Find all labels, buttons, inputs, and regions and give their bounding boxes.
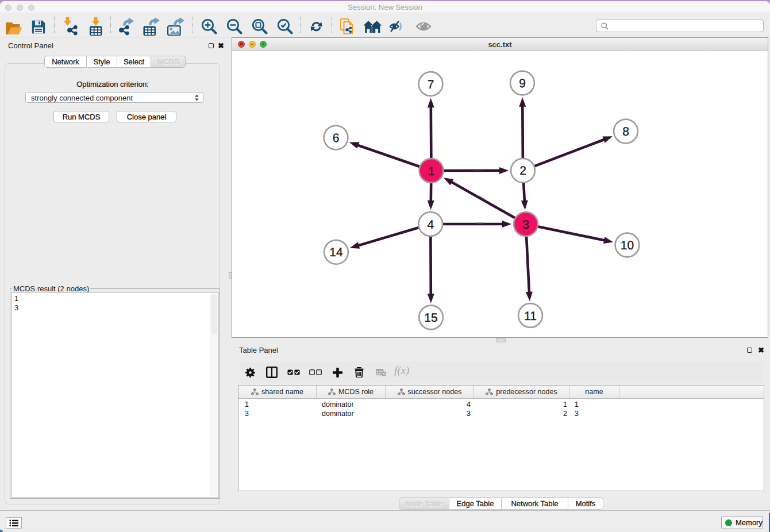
- svg-text:3: 3: [522, 218, 529, 232]
- svg-text:4: 4: [427, 218, 434, 232]
- svg-text:9: 9: [519, 77, 526, 90]
- svg-text:7: 7: [428, 78, 434, 91]
- svg-text:14: 14: [329, 246, 343, 259]
- svg-text:15: 15: [424, 311, 437, 325]
- svg-text:1: 1: [428, 165, 435, 178]
- svg-text:2: 2: [519, 164, 526, 178]
- svg-text:11: 11: [524, 310, 537, 323]
- svg-text:10: 10: [621, 239, 634, 252]
- svg-text:8: 8: [622, 125, 629, 138]
- svg-text:6: 6: [333, 132, 340, 145]
